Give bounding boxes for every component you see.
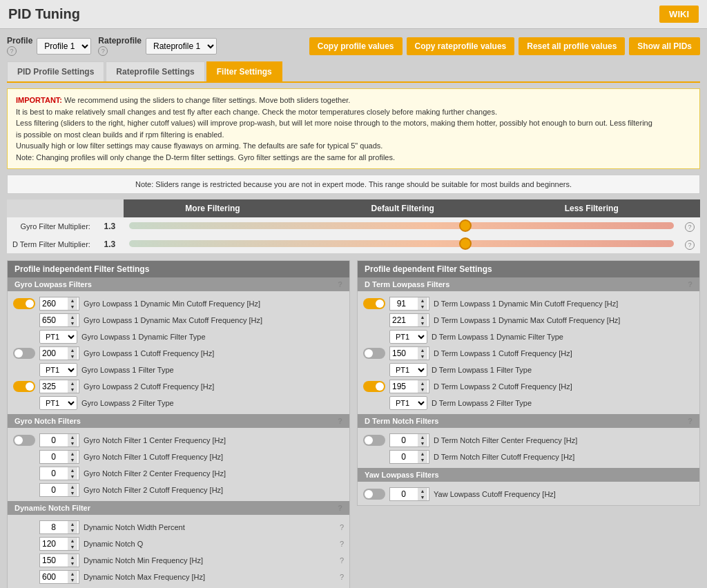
gyro-lp-input-2[interactable] xyxy=(40,314,68,326)
dyn-notch-input-2[interactable] xyxy=(40,538,68,550)
gyro-lp-row-7: PT1BIQUAD Gyro Lowpass 2 Filter Type xyxy=(13,395,344,411)
gyro-lp-toggle-1[interactable] xyxy=(13,298,35,309)
dterm-filter-slider[interactable] xyxy=(129,240,674,247)
dterm-lp-toggle-1[interactable] xyxy=(363,298,385,309)
show-pids-btn[interactable]: Show all PIDs xyxy=(629,37,700,55)
dterm-lp-row-6: ▲ ▼ D Term Lowpass 2 Cutoff Frequency [H… xyxy=(363,378,694,395)
dyn-notch-input-3[interactable] xyxy=(40,554,68,567)
gyro-filter-slider[interactable] xyxy=(129,222,674,229)
tab-pid-profile[interactable]: PID Profile Settings xyxy=(7,61,104,81)
reset-profile-btn[interactable]: Reset all profile values xyxy=(519,37,625,55)
gyro-lp-input-4[interactable] xyxy=(40,347,68,360)
gyro-notch-toggle-1[interactable] xyxy=(13,435,35,446)
gyro-lowpass-help[interactable]: ? xyxy=(338,280,342,288)
gyro-notch-input-3[interactable] xyxy=(40,467,68,480)
rateprofile-label-wrap: Rateprofile ? xyxy=(98,36,142,56)
dterm-lp-select-3[interactable]: PT1BIQUAD xyxy=(389,396,427,410)
gyro-lp-up-2[interactable]: ▲ xyxy=(68,314,77,320)
gyro-notch-content: ▲ ▼ Gyro Notch Filter 1 Center Frequency… xyxy=(8,429,349,501)
gyro-lp-input-6[interactable] xyxy=(40,380,68,393)
gyro-lp-up-6[interactable]: ▲ xyxy=(68,380,77,386)
dterm-lp-input-4[interactable] xyxy=(390,347,418,360)
rateprofile-help-icon[interactable]: ? xyxy=(98,46,108,56)
dyn-notch-help-3[interactable]: ? xyxy=(340,556,344,565)
gyro-notch-input-2[interactable] xyxy=(40,451,68,463)
gyro-lp-up-4[interactable]: ▲ xyxy=(68,347,77,353)
dterm-slider-help[interactable]: ? xyxy=(685,240,695,250)
app-title: PID Tuning xyxy=(8,6,80,22)
gyro-notch-input-4[interactable] xyxy=(40,484,68,496)
left-panel: Profile independent Filter Settings Gyro… xyxy=(7,260,350,588)
gyro-lp-down-1[interactable]: ▼ xyxy=(68,304,77,310)
slider-table: More Filtering Default Filtering Less Fi… xyxy=(7,199,700,253)
dterm-lp-toggle-6[interactable] xyxy=(363,381,385,392)
gyro-lp-toggle-6[interactable] xyxy=(13,381,35,392)
dterm-lp-desc-3: D Term Lowpass 1 Dynamic Filter Type xyxy=(432,333,694,341)
dyn-notch-help-1[interactable]: ? xyxy=(340,523,344,531)
tab-filter[interactable]: Filter Settings xyxy=(206,61,282,81)
dyn-notch-row-1: ▲ ▼ Dynamic Notch Width Percent ? xyxy=(13,519,344,536)
gyro-lp-down-6[interactable]: ▼ xyxy=(68,386,77,393)
rateprofile-select[interactable]: Rateprofile 1 Rateprofile 2 Rateprofile … xyxy=(146,38,217,55)
dyn-notch-row-2: ▲ ▼ Dynamic Notch Q ? xyxy=(13,536,344,552)
dterm-lp-input-6[interactable] xyxy=(390,380,418,393)
gyro-notch-desc-2: Gyro Notch Filter 1 Cutoff Frequency [Hz… xyxy=(84,453,344,461)
dterm-lowpass-help[interactable]: ? xyxy=(688,280,693,288)
dterm-notch-help[interactable]: ? xyxy=(688,417,693,425)
gyro-lp-down-4[interactable]: ▼ xyxy=(68,353,77,360)
dterm-lp-row-7: PT1BIQUAD D Term Lowpass 2 Filter Type xyxy=(363,395,694,411)
gyro-notch-row-2: ▲ ▼ Gyro Notch Filter 1 Cutoff Frequency… xyxy=(13,449,344,465)
dterm-lowpass-title: D Term Lowpass Filters xyxy=(365,280,449,288)
yaw-lp-input-1[interactable] xyxy=(390,488,418,500)
profile-help-icon[interactable]: ? xyxy=(7,46,17,56)
gyro-notch-up-1[interactable]: ▲ xyxy=(68,434,77,440)
dterm-lp-desc-7: D Term Lowpass 2 Filter Type xyxy=(432,399,694,407)
dterm-lp-toggle-4[interactable] xyxy=(363,348,385,359)
gyro-lp-toggle-4[interactable] xyxy=(13,348,35,359)
gyro-lp-input-1[interactable] xyxy=(40,297,68,310)
dynamic-notch-title: Dynamic Notch Filter xyxy=(14,504,90,512)
dterm-lp-select-1[interactable]: PT1BIQUAD xyxy=(389,330,427,344)
tab-rateprofile[interactable]: Rateprofile Settings xyxy=(106,61,204,81)
gyro-notch-desc-3: Gyro Notch Filter 2 Center Frequency [Hz… xyxy=(84,469,344,478)
copy-rateprofile-btn[interactable]: Copy rateprofile values xyxy=(407,37,515,55)
dterm-notch-toggle-1[interactable] xyxy=(363,435,385,446)
gyro-lp-select-1[interactable]: PT1BIQUAD xyxy=(39,330,77,344)
dterm-notch-input-1[interactable] xyxy=(390,434,418,447)
gyro-notch-down-1[interactable]: ▼ xyxy=(68,440,77,447)
dterm-lp-select-2[interactable]: PT1BIQUAD xyxy=(389,363,427,377)
dterm-lp-desc-6: D Term Lowpass 2 Cutoff Frequency [Hz] xyxy=(434,382,694,391)
gyro-lp-desc-7: Gyro Lowpass 2 Filter Type xyxy=(81,399,344,407)
dyn-notch-input-4[interactable] xyxy=(40,571,68,583)
gyro-lp-select-3[interactable]: PT1BIQUAD xyxy=(39,396,77,410)
gyro-notch-input-1[interactable] xyxy=(40,434,68,447)
gyro-lp-select-2[interactable]: PT1BIQUAD xyxy=(39,363,77,377)
dterm-lp-row-5: PT1BIQUAD D Term Lowpass 1 Filter Type xyxy=(363,362,694,378)
dyn-notch-help-4[interactable]: ? xyxy=(340,573,344,581)
dterm-lp-desc-1: D Term Lowpass 1 Dynamic Min Cutoff Freq… xyxy=(434,300,694,308)
gyro-lp-desc-5: Gyro Lowpass 1 Filter Type xyxy=(81,366,344,374)
dterm-lp-input-1[interactable] xyxy=(390,297,418,310)
dterm-lowpass-content: ▲ ▼ D Term Lowpass 1 Dynamic Min Cutoff … xyxy=(358,293,699,414)
dynamic-notch-help[interactable]: ? xyxy=(338,504,342,512)
dterm-lp-input-2[interactable] xyxy=(390,314,418,326)
warning-line-1: We recommend using the sliders to change… xyxy=(64,96,350,104)
yaw-lowpass-header: Yaw Lowpass Filters xyxy=(358,468,699,482)
gyro-lp-up-1[interactable]: ▲ xyxy=(68,297,77,304)
profile-independent-header: Profile independent Filter Settings xyxy=(8,261,349,277)
right-panel: Profile dependent Filter Settings D Term… xyxy=(357,260,700,588)
yaw-lp-toggle-1[interactable] xyxy=(363,489,385,500)
gyro-lp-desc-3: Gyro Lowpass 1 Dynamic Filter Type xyxy=(81,333,344,341)
dterm-notch-desc-2: D Term Notch Filter Cutoff Frequency [Hz… xyxy=(434,453,694,461)
dyn-notch-row-4: ▲ ▼ Dynamic Notch Max Frequency [Hz] ? xyxy=(13,569,344,585)
gyro-lp-down-2[interactable]: ▼ xyxy=(68,320,77,326)
profile-select[interactable]: Profile 1 Profile 2 Profile 3 xyxy=(37,38,91,55)
gyro-notch-help[interactable]: ? xyxy=(338,417,342,425)
gyro-lp-desc-2: Gyro Lowpass 1 Dynamic Max Cutoff Freque… xyxy=(84,316,344,324)
dterm-notch-input-2[interactable] xyxy=(390,451,418,463)
gyro-slider-help[interactable]: ? xyxy=(685,222,695,232)
dyn-notch-input-1[interactable] xyxy=(40,521,68,533)
wiki-button[interactable]: WIKI xyxy=(659,6,699,23)
dyn-notch-help-2[interactable]: ? xyxy=(340,540,344,548)
copy-profile-btn[interactable]: Copy profile values xyxy=(309,37,403,55)
